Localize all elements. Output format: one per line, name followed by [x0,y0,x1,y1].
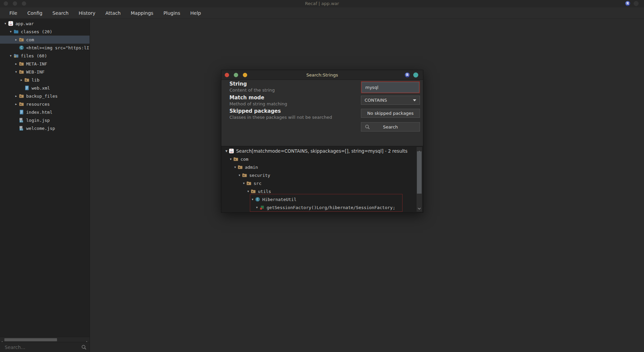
vertical-scrollbar[interactable] [417,147,422,212]
binary-icon: 01 [19,125,24,131]
result-row-security[interactable]: ▼security [221,171,416,179]
teal-dot-icon [413,72,418,78]
tree-row-files-60-[interactable]: ▼files (60) [0,52,90,60]
tree-label: index.html [26,110,52,115]
expand-arrow-icon[interactable]: ▼ [224,150,229,153]
dialog-titlebar[interactable]: Search:Strings R [221,70,423,80]
tree-label: classes (20) [21,29,52,34]
window-titlebar: Recaf | app.war R [0,0,644,7]
sidebar-search-bar [0,342,90,352]
field-label: Match mode [229,94,287,101]
expand-arrow-icon[interactable]: ▼ [241,182,246,185]
tree-row-com[interactable]: ▶com [0,36,90,44]
result-row-getsessionfactory-lorg-hiberna[interactable]: ▼getSessionFactory()Lorg/hibernate/Sessi… [221,203,416,211]
tree-label: login.jsp [26,118,50,123]
menu-config[interactable]: Config [22,10,47,16]
search-button[interactable]: Search [361,122,420,132]
tree-row-web-inf[interactable]: ▼WEB-INF [0,68,90,76]
binary-icon: 01 [19,117,24,123]
folder-tan-icon [24,77,30,83]
expand-arrow-icon[interactable]: ▼ [3,22,8,25]
expand-arrow-icon[interactable]: ▼ [13,70,19,73]
expand-arrow-icon[interactable]: ▶ [19,79,24,82]
menu-attach[interactable]: Attach [100,10,125,16]
result-row-search-matchmode-contains-skip[interactable]: ▼Search[matchmode=CONTAINS, skippackages… [221,147,416,155]
tree-row-welcome-jsp[interactable]: 01welcome.jsp [0,124,90,132]
field-group-match-mode: Match modeMethod of string matching [229,94,287,107]
tree-label: files (60) [21,53,47,58]
tree-label: utils [258,189,271,194]
menu-help[interactable]: Help [185,10,206,16]
expand-arrow-icon[interactable]: ▶ [13,38,19,41]
vertical-scroll-thumb[interactable] [417,151,422,194]
tree-row-app-war[interactable]: ▼app.war [0,19,90,28]
match-mode-value: CONTAINS [365,98,387,103]
dialog-form: CONTAINS No skipped packages Search Stri… [221,80,423,149]
tree-row-lib[interactable]: ▶lib [0,76,90,84]
expand-arrow-icon[interactable]: ▼ [233,166,237,169]
skipped-packages-button[interactable]: No skipped packages [361,109,420,118]
result-row-com[interactable]: ▼com [221,155,416,163]
svg-text:C: C [20,46,22,49]
folder-tan-icon [19,69,24,74]
tree-row--html-img-src-https-lii[interactable]: C<html><img src="https:lII [0,44,90,52]
tree-label: META-INF [26,61,47,66]
tree-row-web-xml[interactable]: web.xml [0,84,90,92]
chevron-down-icon [413,99,416,101]
workspace-tree: ▼app.war▼classes (20)▶comC<html><img src… [0,19,90,132]
result-row-hibernateutil[interactable]: ▼CHibernateUtil [221,195,416,203]
expand-arrow-icon[interactable]: ▼ [237,174,242,177]
menu-history[interactable]: History [73,10,100,16]
tree-label: WEB-INF [26,69,45,74]
tree-label: web.xml [32,86,50,91]
expand-arrow-icon[interactable]: ▼ [246,190,251,193]
horizontal-scrollbar[interactable] [0,337,90,342]
tree-row-classes-20-[interactable]: ▼classes (20) [0,28,90,36]
class-icon: C [255,197,260,202]
tree-row-index-html[interactable]: index.html [0,108,90,116]
expand-arrow-icon[interactable]: ▼ [8,54,13,57]
tree-label: admin [245,165,258,170]
folder-tan-icon [19,37,24,42]
tree-row-resources[interactable]: ▶resources [0,100,90,108]
folder-tan-icon [19,93,24,99]
field-description: Content of the string [229,87,275,93]
folder-archive-icon [13,53,19,58]
menu-search[interactable]: Search [47,10,73,16]
match-mode-dropdown[interactable]: CONTAINS [361,96,420,105]
tree-label: lib [32,78,39,83]
folder-tan-icon [251,189,256,194]
tree-label: com [240,157,248,162]
expand-arrow-icon[interactable]: ▶ [13,95,19,98]
result-row-utils[interactable]: ▼utils [221,187,416,195]
expand-arrow-icon[interactable]: ▼ [228,158,233,161]
menu-mappings[interactable]: Mappings [126,10,158,16]
menu-plugins[interactable]: Plugins [158,10,185,16]
horizontal-scroll-thumb[interactable] [4,338,57,341]
menu-bar: FileConfigSearchHistoryAttachMappingsPlu… [0,7,644,19]
expand-arrow-icon[interactable]: ▼ [250,198,255,201]
search-button-label: Search [383,124,398,130]
field-label: Skipped packages [229,108,332,114]
svg-text:01: 01 [20,128,23,131]
tree-row-meta-inf[interactable]: ▶META-INF [0,60,90,68]
tree-row-login-jsp[interactable]: 01login.jsp [0,116,90,124]
result-row-admin[interactable]: ▼admin [221,163,416,171]
recaf-logo-icon: R [625,1,630,6]
search-strings-dialog: Search:Strings R CONTAINS No skipped pac… [221,70,423,213]
scroll-down-icon[interactable] [418,204,420,210]
folder-tan-icon [237,164,243,170]
expand-arrow-icon[interactable]: ▶ [13,62,19,65]
workspace-sidebar: ▼app.war▼classes (20)▶comC<html><img src… [0,19,90,352]
expand-arrow-icon[interactable]: ▼ [8,30,13,33]
expand-arrow-icon[interactable]: ▼ [255,206,259,209]
menu-file[interactable]: File [4,10,22,16]
expand-arrow-icon[interactable]: ▶ [13,103,19,106]
sidebar-search-input[interactable] [0,342,90,352]
field-description: Classes in these packages will not be se… [229,114,332,120]
string-input[interactable] [362,82,419,93]
result-row-src[interactable]: ▼src [221,179,416,187]
string-input-wrap [361,81,420,93]
tree-label: resources [26,102,50,107]
tree-row-backup-files[interactable]: ▶backup_files [0,92,90,100]
